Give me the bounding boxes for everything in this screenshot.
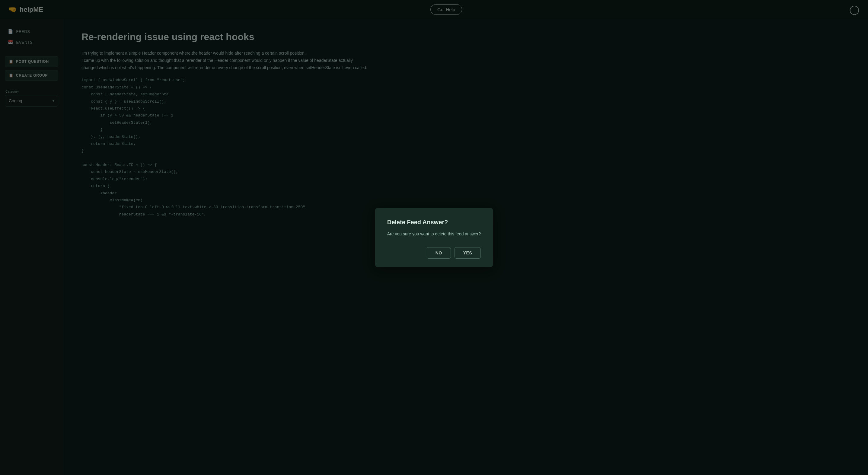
modal-title: Delete Feed Answer? <box>387 219 481 226</box>
modal-body: Are you sure you want to delete this fee… <box>387 230 481 237</box>
modal-no-button[interactable]: NO <box>427 247 451 259</box>
modal-yes-button[interactable]: YES <box>455 247 481 259</box>
delete-modal: Delete Feed Answer? Are you sure you wan… <box>375 208 493 267</box>
modal-overlay: Delete Feed Answer? Are you sure you wan… <box>0 0 868 475</box>
modal-actions: NO YES <box>387 247 481 259</box>
